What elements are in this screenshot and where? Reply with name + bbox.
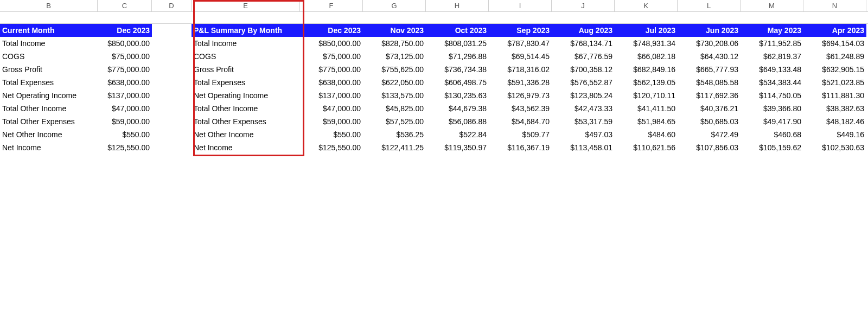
value-cell[interactable]: $59,000.00 bbox=[300, 115, 363, 128]
value-cell[interactable]: $509.77 bbox=[489, 128, 552, 141]
month-header-7[interactable]: May 2023 bbox=[741, 24, 803, 37]
current-month-title[interactable]: Current Month bbox=[0, 24, 98, 37]
left-value[interactable]: $75,000.00 bbox=[98, 50, 152, 63]
col-header-E[interactable]: E bbox=[192, 0, 300, 11]
spacer-cell[interactable] bbox=[152, 128, 192, 141]
value-cell[interactable]: $69,514.45 bbox=[489, 50, 552, 63]
value-cell[interactable]: $51,984.65 bbox=[615, 115, 678, 128]
col-header-J[interactable]: J bbox=[552, 0, 615, 11]
value-cell[interactable]: $460.68 bbox=[741, 128, 803, 141]
value-cell[interactable]: $43,562.39 bbox=[489, 102, 552, 115]
value-cell[interactable]: $606,498.75 bbox=[426, 76, 489, 89]
value-cell[interactable]: $111,881.30 bbox=[803, 89, 866, 102]
value-cell[interactable]: $119,350.97 bbox=[426, 141, 489, 154]
left-value[interactable]: $125,550.00 bbox=[98, 141, 152, 154]
right-label[interactable]: Net Operating Income bbox=[192, 89, 300, 102]
value-cell[interactable]: $137,000.00 bbox=[300, 89, 363, 102]
value-cell[interactable]: $120,710.11 bbox=[615, 89, 678, 102]
value-cell[interactable]: $53,317.59 bbox=[552, 115, 615, 128]
value-cell[interactable]: $62,819.37 bbox=[741, 50, 803, 63]
value-cell[interactable]: $711,952.85 bbox=[741, 37, 803, 50]
spacer-cell[interactable] bbox=[152, 76, 192, 89]
spacer-cell[interactable] bbox=[152, 63, 192, 76]
value-cell[interactable]: $632,905.15 bbox=[803, 63, 866, 76]
left-value[interactable]: $775,000.00 bbox=[98, 63, 152, 76]
value-cell[interactable]: $548,085.58 bbox=[678, 76, 741, 89]
col-header-M[interactable]: M bbox=[741, 0, 803, 11]
spacer-cell[interactable] bbox=[152, 24, 192, 37]
value-cell[interactable]: $116,367.19 bbox=[489, 141, 552, 154]
col-header-F[interactable]: F bbox=[300, 0, 363, 11]
value-cell[interactable]: $768,134.71 bbox=[552, 37, 615, 50]
value-cell[interactable]: $828,750.00 bbox=[363, 37, 426, 50]
value-cell[interactable]: $694,154.03 bbox=[803, 37, 866, 50]
value-cell[interactable]: $718,316.02 bbox=[489, 63, 552, 76]
left-label[interactable]: Total Expenses bbox=[0, 76, 98, 89]
value-cell[interactable]: $133,575.00 bbox=[363, 89, 426, 102]
col-header-K[interactable]: K bbox=[615, 0, 678, 11]
month-header-0[interactable]: Dec 2023 bbox=[300, 24, 363, 37]
spacer-cell[interactable] bbox=[152, 50, 192, 63]
col-header-G[interactable]: G bbox=[363, 0, 426, 11]
value-cell[interactable]: $449.16 bbox=[803, 128, 866, 141]
value-cell[interactable]: $787,830.47 bbox=[489, 37, 552, 50]
month-header-6[interactable]: Jun 2023 bbox=[678, 24, 741, 37]
value-cell[interactable]: $534,383.44 bbox=[741, 76, 803, 89]
value-cell[interactable]: $117,692.36 bbox=[678, 89, 741, 102]
col-header-I[interactable]: I bbox=[489, 0, 552, 11]
month-header-1[interactable]: Nov 2023 bbox=[363, 24, 426, 37]
right-label[interactable]: Gross Profit bbox=[192, 63, 300, 76]
value-cell[interactable]: $54,684.70 bbox=[489, 115, 552, 128]
value-cell[interactable]: $850,000.00 bbox=[300, 37, 363, 50]
value-cell[interactable]: $42,473.33 bbox=[552, 102, 615, 115]
spacer-cell[interactable] bbox=[152, 102, 192, 115]
value-cell[interactable]: $638,000.00 bbox=[300, 76, 363, 89]
col-header-C[interactable]: C bbox=[98, 0, 152, 11]
value-cell[interactable]: $66,082.18 bbox=[615, 50, 678, 63]
value-cell[interactable]: $125,550.00 bbox=[300, 141, 363, 154]
left-value[interactable]: $550.00 bbox=[98, 128, 152, 141]
value-cell[interactable]: $775,000.00 bbox=[300, 63, 363, 76]
col-header-H[interactable]: H bbox=[426, 0, 489, 11]
value-cell[interactable]: $591,336.28 bbox=[489, 76, 552, 89]
value-cell[interactable]: $45,825.00 bbox=[363, 102, 426, 115]
value-cell[interactable]: $113,458.01 bbox=[552, 141, 615, 154]
value-cell[interactable]: $102,530.63 bbox=[803, 141, 866, 154]
left-label[interactable]: Net Other Income bbox=[0, 128, 98, 141]
value-cell[interactable]: $682,849.16 bbox=[615, 63, 678, 76]
value-cell[interactable]: $562,139.05 bbox=[615, 76, 678, 89]
value-cell[interactable]: $730,208.06 bbox=[678, 37, 741, 50]
value-cell[interactable]: $49,417.90 bbox=[741, 115, 803, 128]
value-cell[interactable]: $64,430.12 bbox=[678, 50, 741, 63]
value-cell[interactable]: $497.03 bbox=[552, 128, 615, 141]
right-label[interactable]: Net Other Income bbox=[192, 128, 300, 141]
value-cell[interactable]: $550.00 bbox=[300, 128, 363, 141]
value-cell[interactable]: $700,358.12 bbox=[552, 63, 615, 76]
left-value[interactable]: $638,000.00 bbox=[98, 76, 152, 89]
left-label[interactable]: Net Income bbox=[0, 141, 98, 154]
value-cell[interactable]: $107,856.03 bbox=[678, 141, 741, 154]
grid-area[interactable]: Current MonthDec 2023P&L Summary By Mont… bbox=[0, 24, 868, 319]
value-cell[interactable]: $71,296.88 bbox=[426, 50, 489, 63]
value-cell[interactable]: $73,125.00 bbox=[363, 50, 426, 63]
spacer-cell[interactable] bbox=[152, 115, 192, 128]
right-label[interactable]: Total Other Income bbox=[192, 102, 300, 115]
value-cell[interactable]: $114,750.05 bbox=[741, 89, 803, 102]
month-header-4[interactable]: Aug 2023 bbox=[552, 24, 615, 37]
value-cell[interactable]: $57,525.00 bbox=[363, 115, 426, 128]
left-value[interactable]: $47,000.00 bbox=[98, 102, 152, 115]
right-label[interactable]: Total Income bbox=[192, 37, 300, 50]
value-cell[interactable]: $47,000.00 bbox=[300, 102, 363, 115]
value-cell[interactable]: $484.60 bbox=[615, 128, 678, 141]
value-cell[interactable]: $105,159.62 bbox=[741, 141, 803, 154]
value-cell[interactable]: $665,777.93 bbox=[678, 63, 741, 76]
col-header-L[interactable]: L bbox=[678, 0, 741, 11]
value-cell[interactable]: $522.84 bbox=[426, 128, 489, 141]
value-cell[interactable]: $126,979.73 bbox=[489, 89, 552, 102]
spacer-cell[interactable] bbox=[152, 141, 192, 154]
right-label[interactable]: Net Income bbox=[192, 141, 300, 154]
value-cell[interactable]: $67,776.59 bbox=[552, 50, 615, 63]
value-cell[interactable]: $50,685.03 bbox=[678, 115, 741, 128]
col-header-N[interactable]: N bbox=[803, 0, 866, 11]
value-cell[interactable]: $39,366.80 bbox=[741, 102, 803, 115]
